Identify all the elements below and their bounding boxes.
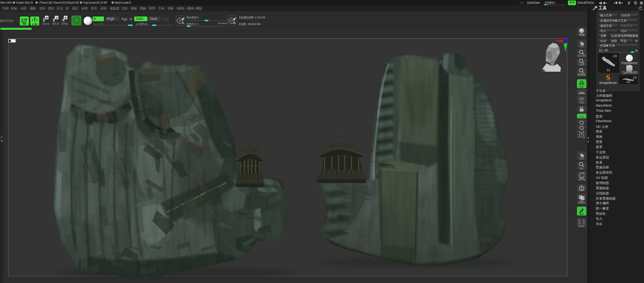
svg-text:S: S — [182, 22, 184, 25]
svg-text:吸取值: 吸取值 — [52, 22, 60, 25]
svg-text:S: S — [606, 74, 610, 82]
svg-text:b1: b1 — [607, 68, 610, 72]
svg-text:23: 23 — [633, 76, 637, 79]
svg-text:b1: b1 — [627, 80, 630, 83]
svg-text:PolySphere: PolySphere — [621, 61, 637, 65]
svg-text:D: D — [233, 22, 236, 25]
svg-text:R: R — [65, 17, 67, 19]
svg-text:23: 23 — [613, 54, 617, 58]
svg-text:M: M — [46, 17, 48, 19]
svg-text:绘 制: 绘 制 — [32, 23, 37, 26]
svg-text:标准值: 标准值 — [42, 23, 49, 25]
svg-text:Edit: Edit — [22, 23, 26, 25]
svg-text:双绑值: 双绑值 — [61, 23, 69, 25]
svg-text:S: S — [56, 17, 58, 19]
